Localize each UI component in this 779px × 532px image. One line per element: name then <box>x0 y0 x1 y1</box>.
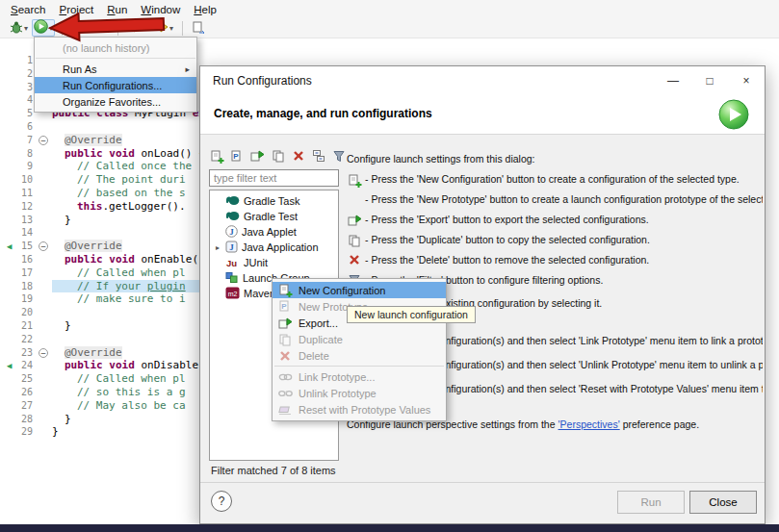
line-number: 12 <box>0 201 33 212</box>
context-menu-item-delete[interactable]: Delete <box>273 347 446 364</box>
line-number: 10 <box>0 174 33 185</box>
code-text[interactable]: } <box>52 425 59 438</box>
tree-item-gradle-task[interactable]: Gradle Task <box>210 193 338 209</box>
fold-minus-icon[interactable]: − <box>39 136 48 145</box>
code-text[interactable]: // Called once the <box>52 160 192 172</box>
duplicate-button[interactable] <box>270 149 286 165</box>
link-icon <box>277 372 293 382</box>
context-menu-item-new-configuration[interactable]: New Configuration <box>273 282 446 298</box>
line-number: 24 <box>0 360 33 370</box>
context-menu-item-duplicate[interactable]: Duplicate <box>273 331 446 347</box>
minimize-button[interactable]: — <box>655 66 691 94</box>
dialog-header: Create, manage, and run configurations <box>200 94 765 135</box>
fold-minus-icon[interactable]: − <box>39 348 48 358</box>
maximize-icon: □ <box>706 74 713 88</box>
context-menu: New ConfigurationPNew PrototypeExport...… <box>272 278 447 421</box>
line-number: 25 <box>0 373 33 384</box>
code-text[interactable]: // Called when pl <box>52 372 186 385</box>
line-number: 17 <box>0 267 33 278</box>
new-config-button[interactable] <box>209 149 225 165</box>
context-menu-item-unlink-prototype[interactable]: Unlink Prototype <box>273 385 446 401</box>
expander-icon[interactable]: ▸ <box>214 243 221 252</box>
tree-item-junit[interactable]: JuJUnit <box>210 255 338 270</box>
info-text: - Press the 'Duplicate' button to copy t… <box>365 234 650 245</box>
chevron-down-icon[interactable]: ▾ <box>24 24 28 33</box>
export-button[interactable] <box>249 149 266 165</box>
line-number: 11 <box>0 188 33 198</box>
dialog-titlebar[interactable]: Run Configurations —□× <box>200 66 765 94</box>
info-line: - Press the 'New Configuration' button t… <box>347 173 740 188</box>
info-line: - Press the 'Delete' button to remove th… <box>347 254 649 266</box>
filter-button[interactable] <box>330 149 347 165</box>
menu-search[interactable]: Search <box>4 2 52 17</box>
line-number: 20 <box>0 307 33 317</box>
code-text[interactable]: // based on the s <box>52 187 186 199</box>
new-prototype-button[interactable]: P <box>229 149 246 165</box>
run-dropdown-menu: (no launch history)Run As▸Run Configurat… <box>34 37 197 113</box>
menu-item-organize-favorites[interactable]: Organize Favorites... <box>35 93 196 110</box>
menu-separator <box>36 58 195 59</box>
help-button[interactable]: ? <box>211 491 232 512</box>
line-number: 29 <box>0 426 33 437</box>
code-text[interactable]: @Override <box>52 240 122 252</box>
info-line: - Press the 'Export' button to export th… <box>347 214 649 227</box>
run-button[interactable]: Run <box>617 491 685 514</box>
tree-item-java-application[interactable]: ▸JJava Application <box>210 240 338 255</box>
screen: SearchProjectRunWindowHelp ▾▾▾▾▾ 12345pu… <box>0 0 779 532</box>
info-text: - Press the 'Export' button to export th… <box>365 214 649 225</box>
fold-minus-icon[interactable]: − <box>39 241 48 251</box>
code-text[interactable]: @Override <box>52 134 122 146</box>
close-icon: × <box>742 74 749 88</box>
code-text[interactable]: public void onLoad() { <box>52 147 205 160</box>
info-line: - Press the 'Duplicate' button to copy t… <box>347 234 650 247</box>
menu-help[interactable]: Help <box>187 2 223 17</box>
filter-input[interactable] <box>209 169 339 187</box>
new-prototype-icon: P <box>277 299 293 314</box>
code-text[interactable]: } <box>52 214 71 226</box>
info-line: Configure launch settings from this dial… <box>347 153 535 165</box>
delete-button[interactable] <box>290 149 306 165</box>
context-menu-item-reset-with-prototype-values[interactable]: Reset with Prototype Values <box>273 401 446 418</box>
code-text[interactable]: @Override <box>52 346 122 359</box>
export-icon <box>277 317 293 330</box>
info-text: preference page. <box>623 418 699 430</box>
menu-item-run-as[interactable]: Run As▸ <box>35 61 196 77</box>
dialog-title: Run Configurations <box>213 74 312 88</box>
chevron-down-icon[interactable]: ▾ <box>169 24 173 33</box>
close-button[interactable]: Close <box>689 491 757 514</box>
menu-item-label: Delete <box>299 350 329 362</box>
config-toolbar: P <box>209 149 347 165</box>
new-config-icon <box>277 283 293 297</box>
collapse-all-button[interactable] <box>310 149 326 165</box>
code-text[interactable]: this.getLogger(). <box>52 200 186 213</box>
code-text[interactable]: public void onDisable <box>52 359 198 371</box>
line-number: 15 <box>0 241 33 251</box>
tree-item-gradle-test[interactable]: Gradle Test <box>210 209 338 224</box>
close-button[interactable]: × <box>728 66 765 94</box>
code-text[interactable]: } <box>52 319 71 332</box>
code-text[interactable]: public void onEnable( <box>52 253 198 266</box>
line-number: 23 <box>0 347 33 358</box>
menu-item-label: Run Configurations... <box>63 80 162 91</box>
line-number: 1 <box>0 55 33 65</box>
context-menu-item-link-prototype[interactable]: Link Prototype... <box>273 368 446 385</box>
last-edit-button[interactable] <box>190 19 207 37</box>
footer-separator <box>200 482 765 483</box>
menu-item-run-configurations[interactable]: Run Configurations... <box>35 77 196 93</box>
code-text[interactable]: // May also be ca <box>52 399 186 412</box>
maximize-button[interactable]: □ <box>691 66 728 94</box>
perspectives-link[interactable]: 'Perspectives' <box>558 418 620 430</box>
line-number: 5 <box>0 108 33 118</box>
debug-button[interactable]: ▾ <box>8 19 30 37</box>
unlink-icon <box>277 389 293 398</box>
code-text[interactable]: } <box>52 413 71 425</box>
line-number: 22 <box>0 334 33 344</box>
code-text[interactable]: // make sure to i <box>52 292 186 305</box>
maven-icon: m2 <box>225 287 240 301</box>
code-text[interactable]: // Called when pl <box>52 266 186 279</box>
code-text[interactable]: // so this is a g <box>52 386 186 398</box>
reset-icon <box>277 404 293 416</box>
run-configurations-dialog: Run Configurations —□× Create, manage, a… <box>199 65 766 524</box>
tree-item-java-applet[interactable]: JJava Applet <box>210 224 338 240</box>
code-text[interactable]: // The point duri <box>52 173 186 186</box>
